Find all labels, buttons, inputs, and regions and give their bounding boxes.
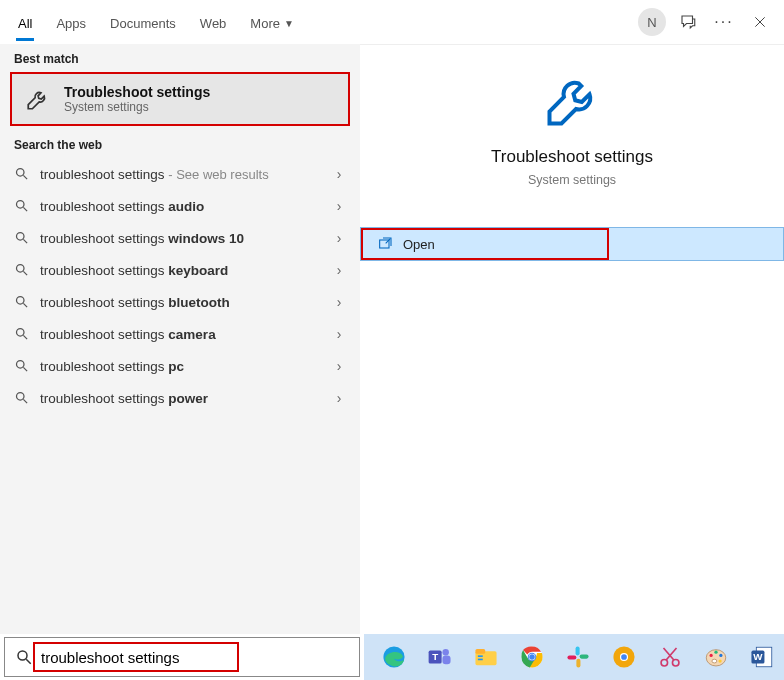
web-result-item[interactable]: troubleshoot settings bluetooth› — [0, 286, 360, 318]
chevron-down-icon: ▼ — [284, 18, 294, 29]
svg-point-6 — [17, 233, 25, 241]
svg-rect-34 — [576, 646, 580, 655]
svg-line-3 — [23, 175, 27, 179]
wrench-icon — [24, 85, 52, 113]
chevron-right-icon: › — [332, 358, 346, 374]
search-icon — [14, 166, 30, 182]
svg-point-40 — [621, 654, 627, 660]
result-text: troubleshoot settings windows 10 — [40, 231, 322, 246]
search-box[interactable] — [4, 637, 360, 677]
svg-text:W: W — [753, 651, 763, 662]
chevron-right-icon: › — [332, 198, 346, 214]
filter-tabs: All Apps Documents Web More ▼ — [6, 4, 306, 41]
more-options-icon[interactable]: ··· — [706, 4, 742, 40]
svg-point-14 — [17, 361, 25, 369]
result-text: troubleshoot settings audio — [40, 199, 322, 214]
chevron-right-icon: › — [332, 294, 346, 310]
web-result-item[interactable]: troubleshoot settings audio› — [0, 190, 360, 222]
best-match-subtitle: System settings — [64, 100, 210, 114]
svg-line-44 — [664, 648, 675, 660]
svg-point-2 — [17, 169, 25, 177]
web-result-item[interactable]: troubleshoot settings - See web results› — [0, 158, 360, 190]
svg-point-49 — [718, 659, 721, 662]
open-label: Open — [403, 237, 435, 252]
svg-point-46 — [710, 654, 713, 657]
search-icon — [15, 648, 33, 666]
svg-text:T: T — [432, 651, 438, 662]
search-input[interactable] — [41, 649, 359, 666]
search-icon — [14, 358, 30, 374]
svg-line-5 — [23, 207, 27, 211]
web-result-item[interactable]: troubleshoot settings camera› — [0, 318, 360, 350]
search-icon — [14, 230, 30, 246]
svg-point-19 — [18, 651, 27, 660]
tab-web[interactable]: Web — [188, 4, 239, 41]
svg-rect-25 — [442, 655, 450, 664]
svg-rect-36 — [576, 659, 580, 668]
svg-rect-27 — [475, 649, 485, 654]
svg-line-15 — [23, 367, 27, 371]
preview-title: Troubleshoot settings — [380, 147, 764, 167]
taskbar-word-icon[interactable]: W — [748, 643, 776, 671]
preview-panel: Troubleshoot settings System settings Op… — [360, 44, 784, 634]
result-text: troubleshoot settings bluetooth — [40, 295, 322, 310]
feedback-icon[interactable] — [670, 4, 706, 40]
tab-documents[interactable]: Documents — [98, 4, 188, 41]
web-result-item[interactable]: troubleshoot settings pc› — [0, 350, 360, 382]
best-match-title: Troubleshoot settings — [64, 84, 210, 100]
chevron-right-icon: › — [332, 166, 346, 182]
tab-more-label: More — [250, 16, 280, 31]
tab-all[interactable]: All — [6, 4, 44, 41]
taskbar-snip-icon[interactable] — [656, 643, 684, 671]
preview-subtitle: System settings — [380, 173, 764, 187]
search-icon — [14, 294, 30, 310]
search-icon — [14, 390, 30, 406]
svg-point-50 — [712, 659, 717, 663]
svg-point-8 — [17, 265, 25, 273]
search-icon — [14, 262, 30, 278]
tab-apps[interactable]: Apps — [44, 4, 98, 41]
svg-line-20 — [26, 659, 31, 664]
open-action[interactable]: Open — [360, 227, 784, 261]
chevron-right-icon: › — [332, 326, 346, 342]
search-icon — [14, 326, 30, 342]
best-match-item[interactable]: Troubleshoot settings System settings — [10, 72, 350, 126]
open-icon — [377, 236, 393, 252]
chevron-right-icon: › — [332, 262, 346, 278]
svg-line-13 — [23, 335, 27, 339]
taskbar-chrome-canary-icon[interactable] — [610, 643, 638, 671]
taskbar-paint-icon[interactable] — [702, 643, 730, 671]
best-match-header: Best match — [0, 44, 360, 72]
filter-tabs-row: All Apps Documents Web More ▼ N ··· — [0, 0, 784, 44]
svg-line-43 — [666, 648, 677, 660]
search-icon — [14, 198, 30, 214]
result-text: troubleshoot settings keyboard — [40, 263, 322, 278]
svg-rect-37 — [567, 655, 576, 659]
result-text: troubleshoot settings camera — [40, 327, 322, 342]
results-panel: Best match Troubleshoot settings System … — [0, 44, 360, 634]
svg-line-7 — [23, 239, 27, 243]
taskbar-explorer-icon[interactable] — [472, 643, 500, 671]
svg-point-4 — [17, 201, 25, 209]
taskbar: T W — [364, 634, 784, 680]
svg-point-16 — [17, 393, 25, 401]
svg-point-24 — [442, 649, 449, 656]
result-text: troubleshoot settings power — [40, 391, 322, 406]
taskbar-slack-icon[interactable] — [564, 643, 592, 671]
tab-more[interactable]: More ▼ — [238, 4, 306, 41]
avatar-initial: N — [638, 8, 666, 36]
svg-point-48 — [719, 654, 722, 657]
svg-point-47 — [714, 651, 717, 654]
web-result-item[interactable]: troubleshoot settings power› — [0, 382, 360, 414]
close-icon[interactable] — [742, 4, 778, 40]
svg-point-10 — [17, 297, 25, 305]
svg-point-33 — [529, 654, 535, 660]
taskbar-teams-icon[interactable]: T — [426, 643, 454, 671]
user-avatar[interactable]: N — [634, 4, 670, 40]
taskbar-chrome-icon[interactable] — [518, 643, 546, 671]
web-result-item[interactable]: troubleshoot settings windows 10› — [0, 222, 360, 254]
svg-line-9 — [23, 271, 27, 275]
taskbar-edge-icon[interactable] — [380, 643, 408, 671]
web-result-item[interactable]: troubleshoot settings keyboard› — [0, 254, 360, 286]
svg-line-11 — [23, 303, 27, 307]
